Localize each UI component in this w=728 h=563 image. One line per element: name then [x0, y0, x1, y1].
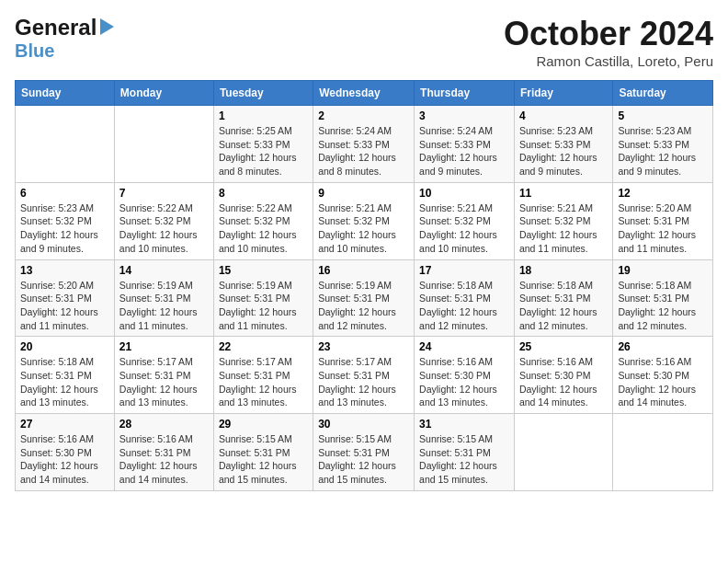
- location-text: Ramon Castilla, Loreto, Peru: [504, 53, 713, 69]
- calendar-cell: 26 Sunrise: 5:16 AMSunset: 5:30 PMDaylig…: [613, 337, 713, 414]
- calendar-cell: 3 Sunrise: 5:24 AMSunset: 5:33 PMDayligh…: [415, 106, 515, 183]
- day-number: 25: [519, 340, 608, 353]
- day-number: 29: [219, 418, 308, 431]
- col-friday: Friday: [514, 81, 612, 106]
- calendar-cell: 31 Sunrise: 5:15 AMSunset: 5:31 PMDaylig…: [415, 414, 515, 491]
- day-info: Sunrise: 5:20 AMSunset: 5:31 PMDaylight:…: [618, 202, 696, 254]
- title-block: October 2024 Ramon Castilla, Loreto, Per…: [504, 15, 713, 69]
- day-info: Sunrise: 5:20 AMSunset: 5:31 PMDaylight:…: [20, 280, 98, 331]
- calendar-cell: 18 Sunrise: 5:18 AMSunset: 5:31 PMDaylig…: [514, 259, 612, 337]
- logo: General Blue: [15, 15, 114, 62]
- day-info: Sunrise: 5:25 AMSunset: 5:33 PMDaylight:…: [219, 125, 297, 177]
- calendar-cell: 27 Sunrise: 5:16 AMSunset: 5:30 PMDaylig…: [16, 414, 115, 491]
- calendar-week-row: 1 Sunrise: 5:25 AMSunset: 5:33 PMDayligh…: [16, 106, 713, 183]
- calendar-cell: 28 Sunrise: 5:16 AMSunset: 5:31 PMDaylig…: [114, 414, 213, 491]
- month-title: October 2024: [504, 15, 713, 53]
- day-info: Sunrise: 5:15 AMSunset: 5:31 PMDaylight:…: [318, 433, 396, 485]
- day-number: 13: [20, 264, 109, 277]
- calendar-cell: 9 Sunrise: 5:21 AMSunset: 5:32 PMDayligh…: [313, 182, 415, 259]
- calendar-cell: 8 Sunrise: 5:22 AMSunset: 5:32 PMDayligh…: [213, 182, 313, 259]
- day-info: Sunrise: 5:17 AMSunset: 5:31 PMDaylight:…: [318, 356, 396, 408]
- calendar-cell: 16 Sunrise: 5:19 AMSunset: 5:31 PMDaylig…: [313, 259, 415, 337]
- logo-arrow-icon: [100, 18, 114, 35]
- day-number: 24: [419, 340, 509, 353]
- day-info: Sunrise: 5:18 AMSunset: 5:31 PMDaylight:…: [618, 280, 696, 331]
- col-saturday: Saturday: [613, 81, 713, 106]
- calendar-cell: [16, 106, 115, 183]
- logo-general-text: General: [15, 15, 97, 40]
- day-info: Sunrise: 5:23 AMSunset: 5:33 PMDaylight:…: [519, 125, 597, 177]
- day-info: Sunrise: 5:19 AMSunset: 5:31 PMDaylight:…: [119, 280, 198, 331]
- day-number: 7: [119, 187, 209, 200]
- calendar-week-row: 13 Sunrise: 5:20 AMSunset: 5:31 PMDaylig…: [16, 259, 713, 337]
- col-monday: Monday: [114, 81, 213, 106]
- day-number: 30: [318, 418, 409, 431]
- day-info: Sunrise: 5:23 AMSunset: 5:33 PMDaylight:…: [618, 125, 696, 177]
- day-number: 3: [419, 109, 509, 122]
- day-number: 23: [318, 340, 409, 353]
- calendar-table: Sunday Monday Tuesday Wednesday Thursday…: [15, 80, 713, 491]
- day-info: Sunrise: 5:21 AMSunset: 5:32 PMDaylight:…: [419, 202, 497, 254]
- day-number: 17: [419, 264, 509, 277]
- day-number: 5: [618, 109, 708, 122]
- day-info: Sunrise: 5:23 AMSunset: 5:32 PMDaylight:…: [20, 202, 98, 254]
- col-tuesday: Tuesday: [213, 81, 313, 106]
- calendar-cell: [514, 414, 612, 491]
- header-row: Sunday Monday Tuesday Wednesday Thursday…: [16, 81, 713, 106]
- day-info: Sunrise: 5:21 AMSunset: 5:32 PMDaylight:…: [318, 202, 396, 254]
- day-number: 31: [419, 418, 509, 431]
- day-info: Sunrise: 5:18 AMSunset: 5:31 PMDaylight:…: [419, 280, 497, 331]
- day-info: Sunrise: 5:17 AMSunset: 5:31 PMDaylight:…: [219, 356, 297, 408]
- day-info: Sunrise: 5:18 AMSunset: 5:31 PMDaylight:…: [519, 280, 597, 331]
- day-number: 20: [20, 340, 109, 353]
- calendar-cell: 14 Sunrise: 5:19 AMSunset: 5:31 PMDaylig…: [114, 259, 213, 337]
- calendar-cell: 12 Sunrise: 5:20 AMSunset: 5:31 PMDaylig…: [613, 182, 713, 259]
- day-info: Sunrise: 5:22 AMSunset: 5:32 PMDaylight:…: [119, 202, 198, 254]
- col-sunday: Sunday: [16, 81, 115, 106]
- day-number: 11: [519, 187, 608, 200]
- day-number: 12: [618, 187, 708, 200]
- day-number: 2: [318, 109, 409, 122]
- day-number: 4: [519, 109, 608, 122]
- calendar-cell: 15 Sunrise: 5:19 AMSunset: 5:31 PMDaylig…: [213, 259, 313, 337]
- calendar-cell: 4 Sunrise: 5:23 AMSunset: 5:33 PMDayligh…: [514, 106, 612, 183]
- calendar-cell: 30 Sunrise: 5:15 AMSunset: 5:31 PMDaylig…: [313, 414, 415, 491]
- day-number: 6: [20, 187, 109, 200]
- day-info: Sunrise: 5:18 AMSunset: 5:31 PMDaylight:…: [20, 356, 98, 408]
- day-info: Sunrise: 5:19 AMSunset: 5:31 PMDaylight:…: [219, 280, 297, 331]
- calendar-cell: 19 Sunrise: 5:18 AMSunset: 5:31 PMDaylig…: [613, 259, 713, 337]
- calendar-cell: 24 Sunrise: 5:16 AMSunset: 5:30 PMDaylig…: [415, 337, 515, 414]
- day-info: Sunrise: 5:16 AMSunset: 5:30 PMDaylight:…: [419, 356, 497, 408]
- day-info: Sunrise: 5:16 AMSunset: 5:30 PMDaylight:…: [618, 356, 696, 408]
- day-info: Sunrise: 5:16 AMSunset: 5:31 PMDaylight:…: [119, 433, 198, 485]
- calendar-cell: 23 Sunrise: 5:17 AMSunset: 5:31 PMDaylig…: [313, 337, 415, 414]
- calendar-cell: 17 Sunrise: 5:18 AMSunset: 5:31 PMDaylig…: [415, 259, 515, 337]
- day-info: Sunrise: 5:21 AMSunset: 5:32 PMDaylight:…: [519, 202, 597, 254]
- calendar-cell: 25 Sunrise: 5:16 AMSunset: 5:30 PMDaylig…: [514, 337, 612, 414]
- calendar-body: 1 Sunrise: 5:25 AMSunset: 5:33 PMDayligh…: [16, 106, 713, 491]
- calendar-cell: 1 Sunrise: 5:25 AMSunset: 5:33 PMDayligh…: [213, 106, 313, 183]
- calendar-cell: 22 Sunrise: 5:17 AMSunset: 5:31 PMDaylig…: [213, 337, 313, 414]
- calendar-cell: 6 Sunrise: 5:23 AMSunset: 5:32 PMDayligh…: [16, 182, 115, 259]
- day-info: Sunrise: 5:16 AMSunset: 5:30 PMDaylight:…: [20, 433, 98, 485]
- calendar-cell: [114, 106, 213, 183]
- calendar-cell: 20 Sunrise: 5:18 AMSunset: 5:31 PMDaylig…: [16, 337, 115, 414]
- calendar-cell: 21 Sunrise: 5:17 AMSunset: 5:31 PMDaylig…: [114, 337, 213, 414]
- day-info: Sunrise: 5:24 AMSunset: 5:33 PMDaylight:…: [419, 125, 497, 177]
- day-number: 8: [219, 187, 308, 200]
- calendar-week-row: 20 Sunrise: 5:18 AMSunset: 5:31 PMDaylig…: [16, 337, 713, 414]
- day-info: Sunrise: 5:16 AMSunset: 5:30 PMDaylight:…: [519, 356, 597, 408]
- day-info: Sunrise: 5:22 AMSunset: 5:32 PMDaylight:…: [219, 202, 297, 254]
- day-number: 14: [119, 264, 209, 277]
- day-number: 15: [219, 264, 308, 277]
- col-wednesday: Wednesday: [313, 81, 415, 106]
- day-number: 26: [618, 340, 708, 353]
- calendar-header: Sunday Monday Tuesday Wednesday Thursday…: [16, 81, 713, 106]
- col-thursday: Thursday: [415, 81, 515, 106]
- day-number: 21: [119, 340, 209, 353]
- day-number: 1: [219, 109, 308, 122]
- calendar-week-row: 27 Sunrise: 5:16 AMSunset: 5:30 PMDaylig…: [16, 414, 713, 491]
- calendar-cell: 11 Sunrise: 5:21 AMSunset: 5:32 PMDaylig…: [514, 182, 612, 259]
- calendar-cell: 29 Sunrise: 5:15 AMSunset: 5:31 PMDaylig…: [213, 414, 313, 491]
- day-info: Sunrise: 5:17 AMSunset: 5:31 PMDaylight:…: [119, 356, 198, 408]
